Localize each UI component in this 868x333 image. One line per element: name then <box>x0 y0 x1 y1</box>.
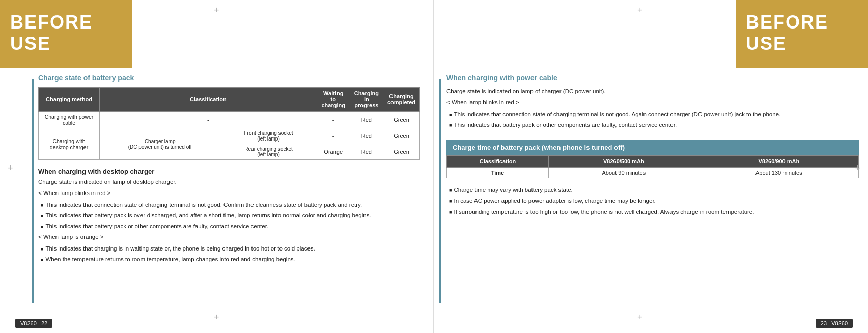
table-row: Time About 90 minutes About 130 minutes <box>447 168 859 178</box>
right-when-red: < When lamp blinks in red > <box>446 98 859 107</box>
charge-time-v500: About 90 minutes <box>549 168 699 178</box>
classification-power-cable: - <box>100 112 317 128</box>
charge-time-v900: About 130 minutes <box>699 168 858 178</box>
right-footer-model: V8260 <box>831 320 848 326</box>
charge-th-classification: Classification <box>447 156 549 168</box>
desktop-when-orange: < When lamp is orange > <box>38 233 420 241</box>
method-power-cable: Charging with power cable <box>39 112 100 128</box>
waiting-power-cable: - <box>317 112 350 128</box>
completed-power-cable: Green <box>383 112 419 128</box>
th-waiting: Waiting to charging <box>317 88 350 112</box>
left-footer: V8260 22 <box>15 319 52 328</box>
charge-th-v500: V8260/500 mAh <box>549 156 699 168</box>
charge-bullet3: If surrounding temperature is too high o… <box>446 208 859 216</box>
charge-time-label: Time <box>447 168 549 178</box>
th-completed: Charging completed <box>383 88 419 112</box>
charge-bullet1: Charge time may vary with battery pack s… <box>446 186 859 195</box>
charge-state-table: Charging method Classification Waiting t… <box>38 87 420 160</box>
charge-time-section: Charge time of battery pack (when phone … <box>446 140 859 178</box>
charger-lamp-desc: Charger lamp(DC power unit) is turned of… <box>100 128 220 160</box>
desktop-bullet3: This indicates that battery pack or othe… <box>38 222 420 231</box>
charge-bullet2: In case AC power applied to power adapte… <box>446 197 859 205</box>
charge-time-table: Classification V8260/500 mAh V8260/900 m… <box>446 155 859 178</box>
desktop-bullet1: This indicates that connection state of … <box>38 201 420 209</box>
charge-bullets: Charge time may vary with battery pack s… <box>446 186 859 216</box>
right-banner-line <box>736 66 868 68</box>
method-desktop: Charging with desktop charger <box>39 128 100 160</box>
left-footer-model: V8260 <box>20 320 37 326</box>
crosshair-mid-right: + <box>855 163 860 174</box>
right-bullet1: This indicates that connection state of … <box>446 110 859 119</box>
right-footer-page: 23 <box>821 320 827 326</box>
right-accent-bar <box>439 79 441 303</box>
table-row: Charging with power cable - - Red Green <box>39 112 420 128</box>
th-classification: Classification <box>100 88 317 112</box>
progress-front: Red <box>350 128 383 144</box>
crosshair-mid-left: + <box>8 163 13 174</box>
left-banner-line <box>0 66 132 68</box>
crosshair-top-right: + <box>637 5 643 16</box>
th-progress: Charging in progress <box>350 88 383 112</box>
left-footer-page: 22 <box>41 320 47 326</box>
right-footer: 23 V8260 <box>816 319 853 328</box>
left-section-title: Charge state of battery pack <box>38 74 420 82</box>
waiting-front: - <box>317 128 350 144</box>
right-banner: BEFORE USE <box>736 0 868 66</box>
rear-socket: Rear charging socket(left lamp) <box>220 144 317 160</box>
desktop-bullet5: When the temperature returns to room tem… <box>38 255 420 264</box>
charge-th-v900: V8260/900 mAh <box>699 156 858 168</box>
table-row: Charging with desktop charger Charger la… <box>39 128 420 144</box>
progress-power-cable: Red <box>350 112 383 128</box>
left-banner: BEFORE USE <box>0 0 132 66</box>
desktop-when-red: < When lamp blinks in red > <box>38 189 420 198</box>
right-bullet2: This indicates that battery pack or othe… <box>446 121 859 129</box>
left-accent-bar <box>32 79 34 303</box>
left-banner-text: BEFORE USE <box>10 12 132 54</box>
th-charging-method: Charging method <box>39 88 100 112</box>
right-content: When charging with power cable Charge st… <box>446 74 859 218</box>
crosshair-bottom-right: + <box>637 312 643 323</box>
desktop-para1: Charge state is indicated on lamp of des… <box>38 178 420 186</box>
charge-time-heading: Charge time of battery pack (when phone … <box>446 140 859 155</box>
right-banner-text: BEFORE USE <box>746 12 868 54</box>
right-para1: Charge state is indicated on lamp of cha… <box>446 87 859 96</box>
waiting-rear: Orange <box>317 144 350 160</box>
front-socket: Front charging socket(left lamp) <box>220 128 317 144</box>
crosshair-top-left: + <box>214 5 219 16</box>
completed-rear: Green <box>383 144 419 160</box>
desktop-heading: When charging with desktop charger <box>38 168 420 175</box>
right-section-title: When charging with power cable <box>446 74 859 82</box>
left-content: Charge state of battery pack Charging me… <box>38 74 420 266</box>
crosshair-bottom-left: + <box>214 312 219 323</box>
completed-front: Green <box>383 128 419 144</box>
desktop-bullet4: This indicates that charging is in waiti… <box>38 244 420 253</box>
desktop-bullet2: This indicates that battery pack is over… <box>38 211 420 220</box>
progress-rear: Red <box>350 144 383 160</box>
